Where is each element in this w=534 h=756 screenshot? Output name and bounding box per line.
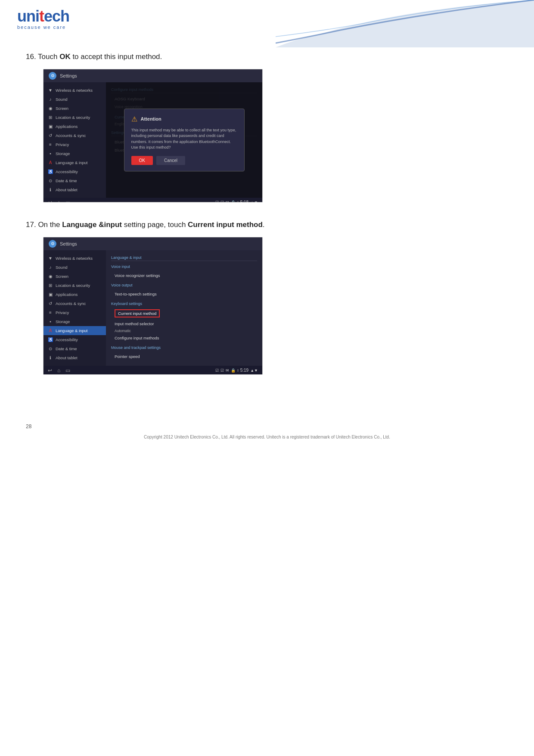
footer: 28 Copyright 2012 Unitech Electronics Co… xyxy=(0,418,534,445)
settings-icon-16: ⚙ xyxy=(49,72,56,80)
sidebar-language-17[interactable]: ALanguage & input xyxy=(43,326,106,335)
settings-body-16: ▼Wireless & networks ♪Sound ◉Screen ⊞Loc… xyxy=(43,82,262,198)
sidebar-storage-16[interactable]: ▪Storage xyxy=(43,149,106,158)
panel-tts-17[interactable]: Text-to-speech settings xyxy=(111,290,257,298)
settings-header-17: ⚙ Settings xyxy=(43,237,262,250)
dialog-buttons-16: OK Cancel xyxy=(131,156,237,165)
recent-btn-17[interactable]: ▭ xyxy=(65,367,70,373)
step-16-bold: OK xyxy=(59,53,71,61)
sidebar-accessibility-16[interactable]: ♿Accessibility xyxy=(43,167,106,176)
logo-tagline: because we care xyxy=(17,25,517,30)
sidebar-privacy-17[interactable]: ≡Privacy xyxy=(43,308,106,317)
sidebar-wireless-16[interactable]: ▼Wireless & networks xyxy=(43,86,106,95)
panel-keyboard-header-17: Keyboard settings xyxy=(111,300,257,307)
step-17-text3: . xyxy=(263,221,265,229)
step-16-text2: to accept this input method. xyxy=(71,53,162,61)
step-17-bold2: Current input method xyxy=(188,221,263,229)
home-btn-16[interactable]: ⌂ xyxy=(57,199,60,202)
status-signal-17: ▲▼ xyxy=(250,368,258,373)
status-check2-17: ☑ xyxy=(220,368,224,373)
status-bar-17: ↩ ⌂ ▭ ☑ ☑ ✉ 🔒 I 5:19 ▲▼ xyxy=(43,366,262,375)
settings-ui-16: ⚙ Settings ▼Wireless & networks ♪Sound ◉… xyxy=(43,69,262,202)
step-16-number: 16. xyxy=(26,53,36,61)
settings-main-16: Configure input methods AOSG Keyboard Vo… xyxy=(106,82,262,198)
settings-sidebar-16: ▼Wireless & networks ♪Sound ◉Screen ⊞Loc… xyxy=(43,82,106,198)
sidebar-apps-16[interactable]: ▣Applications xyxy=(43,122,106,131)
status-time-16: 5:18 xyxy=(240,200,248,202)
panel-pointer-17[interactable]: Pointer speed xyxy=(111,352,257,361)
settings-title-16: Settings xyxy=(60,73,77,78)
settings-main-17: Language & input Voice input Voice recog… xyxy=(106,250,262,366)
settings-sidebar-17: ▼Wireless & networks ♪Sound ◉Screen ⊞Loc… xyxy=(43,250,106,366)
cancel-button[interactable]: Cancel xyxy=(156,156,185,165)
status-icons-17: ☑ ☑ ✉ 🔒 I 5:19 ▲▼ xyxy=(215,368,258,373)
ok-button[interactable]: OK xyxy=(131,156,153,165)
logo-area: unitech because we care xyxy=(17,9,517,30)
panel-voice-output-header-17: Voice output xyxy=(111,281,257,288)
logo: unitech because we care xyxy=(17,9,517,30)
panel-input-selector-17[interactable]: Input method selector xyxy=(111,320,257,328)
status-i-16: I xyxy=(237,200,239,202)
sidebar-screen-16[interactable]: ◉Screen xyxy=(43,104,106,113)
sidebar-datetime-16[interactable]: ⊙Date & time xyxy=(43,176,106,185)
sidebar-accounts-17[interactable]: ↺Accounts & sync xyxy=(43,299,106,308)
settings-ui-17: ⚙ Settings ▼Wireless & networks ♪Sound ◉… xyxy=(43,237,262,374)
home-btn-17[interactable]: ⌂ xyxy=(57,367,60,373)
dialog-title-16: Attention xyxy=(141,116,161,121)
status-bar-16: ↩ ⌂ ▭ ☑ ☑ ✉ 🔒 I 5:18 ▲▼ xyxy=(43,198,262,202)
current-input-method-container[interactable]: Current input method xyxy=(111,308,257,318)
sidebar-sound-16[interactable]: ♪Sound xyxy=(43,95,106,104)
attention-dialog: ⚠ Attention This input method may be abl… xyxy=(124,109,245,171)
step-16-title: 16. Touch OK to accept this input method… xyxy=(26,52,508,62)
panel-configure-17[interactable]: Configure input methods xyxy=(111,334,257,342)
sidebar-datetime-17[interactable]: ⊙Date & time xyxy=(43,344,106,353)
status-check1-16: ☑ xyxy=(215,200,219,202)
sidebar-apps-17[interactable]: ▣Applications xyxy=(43,290,106,299)
step-17-bold1: Language &input xyxy=(62,221,122,229)
back-btn-16[interactable]: ↩ xyxy=(48,199,52,202)
page-number: 28 xyxy=(26,423,31,429)
status-lock-17: 🔒 xyxy=(231,368,236,373)
sidebar-privacy-16[interactable]: ≡Privacy xyxy=(43,140,106,149)
step-16-screenshot: ⚙ Settings ▼Wireless & networks ♪Sound ◉… xyxy=(43,69,263,202)
panel-voice-input-header-17: Voice input xyxy=(111,263,257,270)
sidebar-location-17[interactable]: ⊞Location & security xyxy=(43,281,106,290)
status-check1-17: ☑ xyxy=(215,368,219,373)
sidebar-about-16[interactable]: ℹAbout tablet xyxy=(43,185,106,194)
settings-icon-17: ⚙ xyxy=(49,240,56,248)
status-check2-16: ☑ xyxy=(220,200,224,202)
step-17-text1: On the xyxy=(38,221,62,229)
page-header: unitech because we care xyxy=(0,0,534,47)
dialog-header-16: ⚠ Attention xyxy=(131,115,237,123)
sidebar-accessibility-17[interactable]: ♿Accessibility xyxy=(43,335,106,344)
recent-btn-16[interactable]: ▭ xyxy=(65,199,70,202)
panel-mouse-header-17: Mouse and trackpad settings xyxy=(111,344,257,351)
settings-body-17: ▼Wireless & networks ♪Sound ◉Screen ⊞Loc… xyxy=(43,250,262,366)
panel-automatic-17: Automatic xyxy=(111,328,257,334)
step-17-number: 17. xyxy=(26,221,36,229)
panel-voice-rec-17[interactable]: Voice recognizer settings xyxy=(111,271,257,280)
sidebar-sound-17[interactable]: ♪Sound xyxy=(43,263,106,272)
status-i-17: I xyxy=(237,368,239,373)
nav-buttons-16: ↩ ⌂ ▭ xyxy=(48,199,70,202)
sidebar-about-17[interactable]: ℹAbout tablet xyxy=(43,353,106,362)
sidebar-accounts-16[interactable]: ↺Accounts & sync xyxy=(43,131,106,140)
dialog-overlay-16: ⚠ Attention This input method may be abl… xyxy=(106,82,262,198)
sidebar-wireless-17[interactable]: ▼Wireless & networks xyxy=(43,254,106,263)
main-content: 16. Touch OK to accept this input method… xyxy=(0,47,534,409)
step-17-title: 17. On the Language &input setting page,… xyxy=(26,220,508,230)
status-signal-16: ▲▼ xyxy=(250,200,258,202)
sidebar-language-16[interactable]: ALanguage & input xyxy=(43,158,106,167)
sidebar-location-16[interactable]: ⊞Location & security xyxy=(43,113,106,122)
dialog-body-16: This input method may be able to collect… xyxy=(131,128,237,151)
back-btn-17[interactable]: ↩ xyxy=(48,367,52,373)
nav-buttons-17: ↩ ⌂ ▭ xyxy=(48,367,70,373)
sidebar-storage-17[interactable]: ▪Storage xyxy=(43,317,106,326)
status-mail-17: ✉ xyxy=(226,368,229,373)
status-time-17: 5:19 xyxy=(240,368,248,373)
step-17-section: 17. On the Language &input setting page,… xyxy=(26,220,508,375)
sidebar-screen-17[interactable]: ◉Screen xyxy=(43,272,106,281)
step-16-section: 16. Touch OK to accept this input method… xyxy=(26,52,508,202)
step-16-text1: Touch xyxy=(38,53,59,61)
current-input-method-button[interactable]: Current input method xyxy=(115,309,160,317)
